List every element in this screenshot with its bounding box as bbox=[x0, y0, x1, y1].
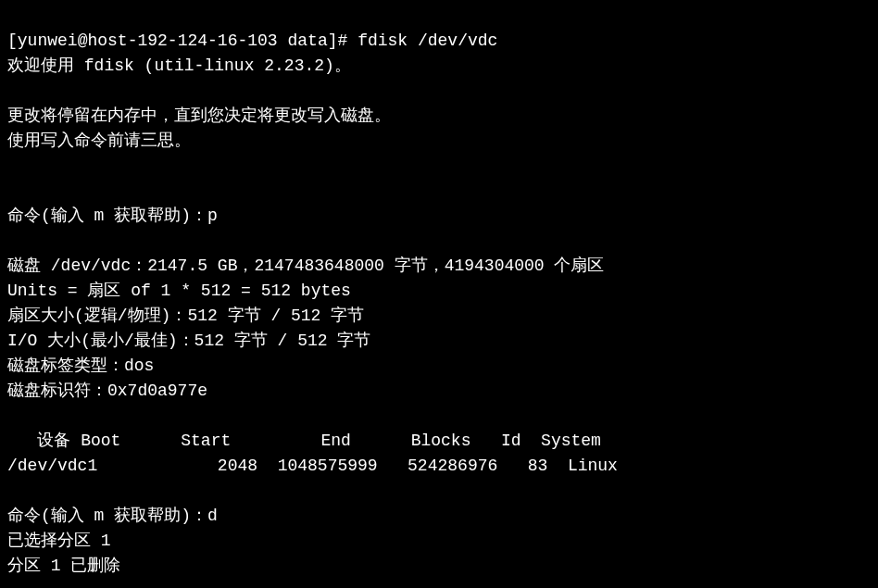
disk-units: Units = 扇区 of 1 * 512 = 512 bytes bbox=[7, 281, 351, 300]
welcome-line: 欢迎使用 fdisk (util-linux 2.23.2)。 bbox=[7, 56, 351, 75]
blank-line bbox=[7, 482, 18, 500]
fdisk-input-p[interactable]: p bbox=[207, 206, 218, 225]
prompt-host: host-192-124-16-103 bbox=[87, 31, 277, 50]
blank-line bbox=[7, 81, 18, 100]
selected-partition: 已选择分区 1 bbox=[7, 532, 111, 550]
fdisk-prompt-text: 命令(输入 m 获取帮助)： bbox=[7, 206, 207, 225]
fdisk-prompt-2: 命令(输入 m 获取帮助)：d bbox=[7, 507, 218, 525]
disk-io-size: I/O 大小(最小/最佳)：512 字节 / 512 字节 bbox=[7, 332, 370, 350]
deleted-partition: 分区 1 已删除 bbox=[7, 557, 120, 575]
warning-line-1: 更改将停留在内存中，直到您决定将更改写入磁盘。 bbox=[7, 106, 391, 125]
disk-label-type: 磁盘标签类型：dos bbox=[7, 357, 154, 375]
partition-table-header: 设备 Boot Start End Blocks Id System bbox=[7, 432, 601, 450]
terminal-output: [yunwei@host-192-124-16-103 data]# fdisk… bbox=[0, 0, 878, 582]
warning-line-2: 使用写入命令前请三思。 bbox=[7, 131, 191, 150]
fdisk-prompt-1: 命令(输入 m 获取帮助)：p bbox=[7, 206, 218, 225]
disk-header: 磁盘 /dev/vdc：2147.5 GB，2147483648000 字节，4… bbox=[7, 256, 604, 275]
fdisk-prompt-text: 命令(输入 m 获取帮助)： bbox=[7, 507, 207, 525]
disk-identifier: 磁盘标识符：0x7d0a977e bbox=[7, 382, 207, 400]
shell-prompt-line: [yunwei@host-192-124-16-103 data]# fdisk… bbox=[7, 31, 497, 50]
blank-line bbox=[7, 181, 18, 200]
prompt-path: data bbox=[287, 31, 327, 50]
blank-line bbox=[7, 231, 18, 250]
fdisk-input-d[interactable]: d bbox=[207, 507, 218, 525]
prompt-symbol: # bbox=[338, 31, 348, 50]
blank-line bbox=[7, 156, 18, 175]
partition-table-row: /dev/vdc1 2048 1048575999 524286976 83 L… bbox=[7, 457, 618, 475]
disk-sector-size: 扇区大小(逻辑/物理)：512 字节 / 512 字节 bbox=[7, 307, 364, 325]
prompt-user: yunwei bbox=[18, 31, 78, 50]
command-input[interactable]: fdisk /dev/vdc bbox=[357, 31, 497, 50]
blank-line bbox=[7, 407, 18, 425]
